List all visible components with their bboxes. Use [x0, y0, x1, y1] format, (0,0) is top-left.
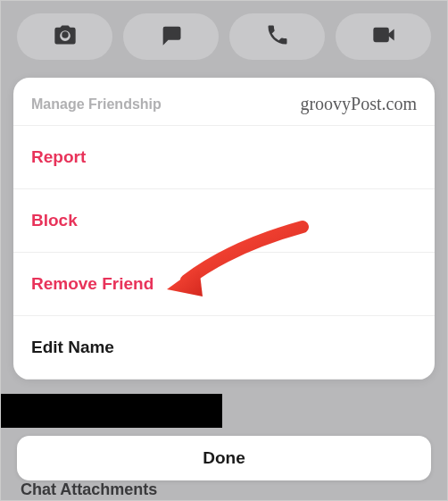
watermark-text: groovyPost.com [300, 94, 417, 114]
sheet-title: Manage Friendship [31, 96, 162, 113]
redacted-area [1, 394, 222, 428]
menu-item-remove-friend[interactable]: Remove Friend [13, 253, 435, 316]
phone-icon [265, 22, 290, 51]
chat-action-bar [1, 1, 447, 79]
chat-button[interactable] [123, 13, 219, 60]
video-call-button[interactable] [336, 13, 431, 60]
menu-item-edit-name[interactable]: Edit Name [13, 316, 435, 380]
video-icon [371, 22, 396, 51]
chat-icon [159, 22, 184, 51]
camera-button[interactable] [17, 13, 112, 60]
done-button[interactable]: Done [17, 436, 431, 480]
sheet-header: Manage Friendship groovyPost.com [13, 78, 435, 126]
menu-item-report[interactable]: Report [13, 126, 435, 189]
done-label: Done [203, 448, 245, 468]
menu-item-block[interactable]: Block [13, 189, 435, 253]
manage-friendship-sheet: Manage Friendship groovyPost.com Report … [13, 78, 435, 380]
camera-icon [53, 22, 78, 51]
call-button[interactable] [229, 13, 325, 60]
